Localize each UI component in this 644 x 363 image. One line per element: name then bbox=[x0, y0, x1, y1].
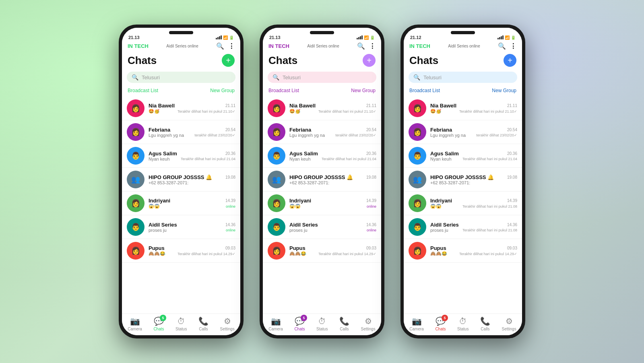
menu-icon[interactable]: ⋮ bbox=[510, 42, 516, 50]
chat-info: Indriyani 14.39 😱😱 Terakhir dilihat hari… bbox=[430, 198, 517, 209]
chat-message: Lgu inggreh yg na bbox=[289, 133, 325, 138]
chat-time: 14.39 bbox=[225, 198, 235, 203]
chat-item[interactable]: 👩 Indriyani 14.39 😱😱 online bbox=[263, 192, 381, 215]
new-group-label[interactable]: New Group bbox=[492, 88, 516, 93]
chat-list: 👩 Nia Bawell 21.11 🤩🥳 Terakhir dilihat h… bbox=[404, 97, 522, 314]
nav-item-chats[interactable]: 💬 5 Chats bbox=[294, 316, 305, 331]
avatar: 👩 bbox=[409, 194, 426, 212]
chat-status: Terakhir dilihat hari ini pukul 21.08 bbox=[462, 204, 517, 208]
chat-message: Nyan keuh bbox=[430, 157, 452, 161]
nav-item-status[interactable]: ⏱ Status bbox=[175, 317, 187, 331]
chat-item[interactable]: 👩 Nia Bawell 21.11 🤩🥳 Terakhir dilihat h… bbox=[263, 97, 381, 120]
phone-screen: 21.12 📶 🔋 IN TECH bbox=[404, 28, 522, 335]
status-time: 21.13 bbox=[269, 35, 281, 40]
chat-item[interactable]: 👥 HIPO GROUP JOSSSS 🔔 19.08 +62 853-3287… bbox=[122, 168, 240, 192]
chat-item[interactable]: 👨 Aidil Series 14.36 proses ju online bbox=[122, 215, 240, 239]
signal-bar-1 bbox=[357, 38, 358, 39]
nav-icon-camera: 📷 bbox=[271, 317, 281, 326]
chat-time: 09.03 bbox=[507, 246, 517, 250]
chat-item[interactable]: 👥 HIPO GROUP JOSSSS 🔔 19.08 +62 853-3287… bbox=[404, 168, 522, 192]
wifi-icon: 📶 bbox=[364, 35, 369, 40]
nav-item-calls[interactable]: 📞 Calls bbox=[339, 316, 349, 331]
search-icon[interactable]: 🔍 bbox=[498, 42, 506, 50]
chat-item[interactable]: 👨 Agus Salim 20.36 Nyan keuh Terakhir di… bbox=[263, 144, 381, 168]
chat-name: Febriana bbox=[289, 127, 311, 133]
nav-item-camera[interactable]: 📷 Camera bbox=[268, 316, 283, 331]
chat-status: Terakhir dilihat hari ini pukul 21.04 bbox=[322, 157, 376, 161]
chat-time: 20.54 bbox=[507, 128, 517, 132]
chat-info: HIPO GROUP JOSSSS 🔔 19.08 +62 853-3287-2… bbox=[289, 174, 376, 185]
chat-message: proses ju bbox=[289, 228, 308, 233]
avatar: 👩 bbox=[409, 242, 426, 260]
chat-time: 21.11 bbox=[225, 103, 235, 108]
chat-time: 14.39 bbox=[366, 198, 376, 203]
nav-item-chats[interactable]: 💬 5 Chats bbox=[153, 316, 164, 331]
chat-item[interactable]: 👩 Febriana 20.54 Lgu inggreh yg na terak… bbox=[122, 120, 240, 144]
avatar: 👩 bbox=[127, 99, 144, 117]
nav-icon-status: ⏱ bbox=[459, 317, 467, 326]
chat-item[interactable]: 👩 Febriana 20.54 Lgu inggreh yg na terak… bbox=[263, 120, 381, 144]
chat-name: Agus Salim bbox=[149, 151, 177, 157]
chat-time: 21.11 bbox=[366, 103, 376, 108]
new-group-label[interactable]: New Group bbox=[210, 88, 235, 93]
search-bar[interactable]: 🔍 Telusuri bbox=[127, 72, 235, 83]
chat-item[interactable]: 👨 Agus Salim 20.36 Nyan keuh Terakhir di… bbox=[404, 144, 522, 168]
chat-item[interactable]: 👨 Agus Salim 20.36 Nyan keuh Terakhir di… bbox=[122, 144, 240, 168]
avatar: 👨 bbox=[268, 218, 285, 236]
chat-item[interactable]: 👩 Pupus 09.03 🙈🙈😂 Terakhir dilihat hari … bbox=[404, 239, 522, 263]
wifi-icon: 📶 bbox=[505, 35, 510, 40]
chat-item[interactable]: 👩 Febriana 20.54 Lgu inggreh yg na terak… bbox=[404, 120, 522, 144]
nav-item-settings[interactable]: ⚙ Settings bbox=[502, 316, 516, 331]
nav-item-camera[interactable]: 📷 Camera bbox=[128, 316, 142, 331]
menu-icon[interactable]: ⋮ bbox=[228, 42, 235, 50]
search-icon-inner: 🔍 bbox=[132, 74, 138, 80]
nav-badge: 5 bbox=[301, 315, 307, 321]
chat-item[interactable]: 👩 Nia Bawell 21.11 🤩🥳 Terakhir dilihat h… bbox=[404, 97, 522, 120]
chat-item[interactable]: 👩 Indriyani 14.39 😱😱 Terakhir dilihat ha… bbox=[404, 192, 522, 215]
nav-item-chats[interactable]: 💬 5 Chats bbox=[435, 316, 446, 331]
search-bar[interactable]: 🔍 Telusuri bbox=[409, 72, 517, 83]
chat-item[interactable]: 👩 Pupus 09.03 🙈🙈😂 Terakhir dilihat hari … bbox=[122, 239, 240, 263]
nav-label: Chats bbox=[294, 327, 305, 331]
add-button[interactable]: + bbox=[222, 54, 235, 67]
avatar: 👨 bbox=[127, 218, 144, 236]
broadcast-row: Broadcast List New Group bbox=[122, 86, 240, 97]
chat-name: Agus Salim bbox=[430, 151, 459, 157]
search-icon[interactable]: 🔍 bbox=[357, 42, 365, 50]
nav-item-settings[interactable]: ⚙ Settings bbox=[220, 316, 235, 331]
chat-time: 20.54 bbox=[366, 128, 376, 132]
chat-item[interactable]: 👩 Indriyani 14.39 😱😱 online bbox=[122, 192, 240, 215]
chat-status: Terakhir dilihat hari ini pukul 21.08 bbox=[462, 228, 517, 232]
chat-item[interactable]: 👥 HIPO GROUP JOSSSS 🔔 19.08 +62 853-3287… bbox=[263, 168, 381, 192]
search-bar[interactable]: 🔍 Telusuri bbox=[268, 72, 376, 83]
search-icon[interactable]: 🔍 bbox=[216, 42, 224, 50]
chat-info: Indriyani 14.39 😱😱 online bbox=[289, 198, 376, 209]
nav-item-status[interactable]: ⏱ Status bbox=[316, 317, 328, 331]
add-button[interactable]: + bbox=[504, 54, 516, 67]
chat-item[interactable]: 👨 Aidil Series 14.36 proses ju online bbox=[263, 215, 381, 239]
chat-time: 21.11 bbox=[507, 103, 517, 108]
phone-screen: 21.13 📶 🔋 IN TECH bbox=[122, 28, 240, 335]
nav-item-calls[interactable]: 📞 Calls bbox=[198, 316, 208, 331]
nav-icon-status: ⏱ bbox=[318, 317, 326, 326]
chat-item[interactable]: 👩 Pupus 09.03 🙈🙈😂 Terakhir dilihat hari … bbox=[263, 239, 381, 263]
nav-item-camera[interactable]: 📷 Camera bbox=[409, 316, 424, 331]
signal-bar-3 bbox=[501, 36, 502, 39]
nav-icon-settings: ⚙ bbox=[224, 317, 231, 326]
chat-list: 👩 Nia Bawell 21.11 🤩🥳 Terakhir dilihat h… bbox=[263, 97, 381, 314]
chat-item[interactable]: 👩 Nia Bawell 21.11 🤩🥳 Terakhir dilihat h… bbox=[122, 97, 240, 120]
broadcast-list-label[interactable]: Broadcast List bbox=[128, 88, 158, 93]
add-button[interactable]: + bbox=[363, 54, 376, 67]
new-group-label[interactable]: New Group bbox=[351, 88, 376, 93]
chat-time: 14.39 bbox=[507, 198, 517, 203]
chat-message: 😱😱 bbox=[289, 204, 301, 209]
nav-item-settings[interactable]: ⚙ Settings bbox=[361, 316, 376, 331]
nav-item-status[interactable]: ⏱ Status bbox=[457, 317, 469, 331]
chat-item[interactable]: 👨 Aidil Series 14.36 proses ju Terakhir … bbox=[404, 215, 522, 239]
nav-item-calls[interactable]: 📞 Calls bbox=[480, 316, 490, 331]
chat-header: Chats + bbox=[263, 52, 381, 70]
broadcast-list-label[interactable]: Broadcast List bbox=[268, 88, 299, 93]
menu-icon[interactable]: ⋮ bbox=[369, 42, 376, 50]
nav-icon-status: ⏱ bbox=[177, 317, 185, 326]
broadcast-list-label[interactable]: Broadcast List bbox=[409, 88, 440, 93]
